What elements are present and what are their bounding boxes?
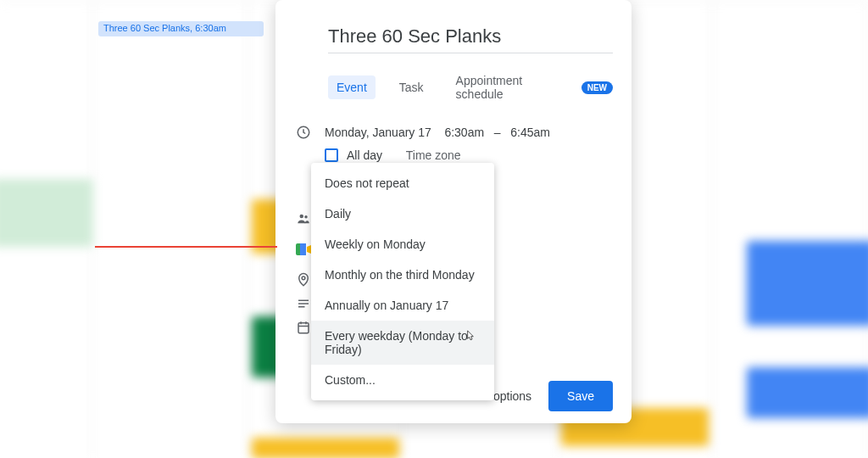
event-type-tabs: Event Task Appointment schedule NEW bbox=[328, 69, 613, 106]
recurrence-option-custom[interactable]: Custom... bbox=[311, 365, 494, 395]
event-title-input[interactable]: Three 60 Sec Planks bbox=[328, 25, 613, 47]
event-date[interactable]: Monday, January 17 bbox=[325, 126, 431, 139]
recurrence-option-weekly[interactable]: Weekly on Monday bbox=[311, 229, 494, 260]
tab-event[interactable]: Event bbox=[328, 75, 376, 99]
recurrence-dropdown: Does not repeat Daily Weekly on Monday M… bbox=[311, 163, 494, 400]
timezone-link[interactable]: Time zone bbox=[406, 148, 461, 162]
cursor-icon bbox=[464, 327, 477, 344]
svg-rect-7 bbox=[298, 323, 309, 333]
clock-icon bbox=[294, 125, 313, 140]
location-icon bbox=[294, 272, 313, 288]
recurrence-option-daily[interactable]: Daily bbox=[311, 198, 494, 229]
recurrence-option-annually[interactable]: Annually on January 17 bbox=[311, 290, 494, 321]
tab-task[interactable]: Task bbox=[391, 75, 432, 99]
recurrence-option-none[interactable]: Does not repeat bbox=[311, 168, 494, 198]
now-indicator bbox=[95, 246, 277, 248]
svg-point-2 bbox=[304, 215, 307, 218]
svg-point-3 bbox=[302, 276, 305, 280]
event-chip[interactable]: Three 60 Sec Planks, 6:30am bbox=[98, 21, 264, 36]
start-time[interactable]: 6:30am bbox=[444, 126, 484, 139]
datetime-row[interactable]: Monday, January 17 6:30am – 6:45am bbox=[294, 125, 613, 140]
new-badge: NEW bbox=[581, 81, 613, 94]
svg-point-1 bbox=[300, 215, 304, 219]
meet-icon bbox=[294, 242, 313, 257]
description-icon bbox=[294, 296, 313, 311]
tab-appointment[interactable]: Appointment schedule bbox=[448, 69, 566, 106]
end-time[interactable]: 6:45am bbox=[510, 126, 550, 139]
recurrence-option-monthly[interactable]: Monthly on the third Monday bbox=[311, 260, 494, 290]
calendar-icon bbox=[294, 320, 313, 335]
save-button[interactable]: Save bbox=[548, 381, 613, 411]
allday-checkbox[interactable] bbox=[325, 148, 338, 162]
allday-label[interactable]: All day bbox=[347, 148, 382, 162]
people-icon bbox=[294, 211, 313, 226]
